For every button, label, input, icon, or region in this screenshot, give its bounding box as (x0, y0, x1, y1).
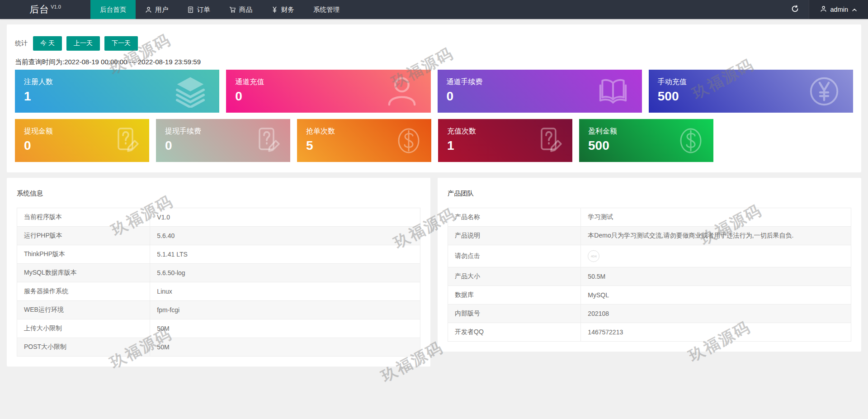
system-info-table: 当前程序版本V1.0运行PHP版本5.6.40ThinkPHP版本5.1.41 … (17, 208, 420, 357)
row-label: 请勿点击 (448, 245, 581, 267)
stats-section-label: 统计 (15, 39, 28, 48)
cart-icon (229, 6, 236, 13)
table-row: MySQL数据库版本5.6.50-log (17, 264, 420, 282)
row-label: 产品大小 (448, 267, 581, 286)
yen-circle-icon (808, 75, 840, 108)
row-value: 本Demo只为学习测试交流,请勿要做商业或者用于违法行为,一切后果自负. (581, 227, 851, 245)
logo-text: 后台 (29, 3, 49, 16)
username: admin (830, 6, 849, 13)
refresh-icon (791, 5, 799, 14)
row-value: 50.5M (581, 267, 851, 286)
row-label: 数据库 (448, 286, 581, 305)
nav-item-label: 系统管理 (313, 5, 340, 14)
nav-item-label: 用户 (155, 5, 168, 14)
row-label: MySQL数据库版本 (17, 264, 150, 282)
user-icon (145, 6, 152, 13)
stat-cards-row2: 提现金额0提现手续费0抢单次数5充值次数1盈利金额500 (15, 119, 853, 162)
table-row: 运行PHP版本5.6.40 (17, 227, 420, 245)
stat-card: 盈利金额500 (579, 119, 713, 162)
user-menu[interactable]: admin (809, 0, 868, 19)
query-time-text: 当前查询时间为:2022-08-19 00:00:00 --- 2022-08-… (15, 58, 853, 67)
stat-card: 手动充值500 (649, 70, 853, 113)
nav-item-label: 财务 (281, 5, 294, 14)
logo-version: V1.0 (51, 4, 61, 10)
admin-user-icon (820, 5, 827, 14)
nav-item-goods[interactable]: 商品 (220, 0, 262, 19)
row-value: 404 (581, 245, 851, 267)
row-value: 5.6.50-log (150, 264, 420, 282)
app-logo[interactable]: 后台 V1.0 (0, 0, 90, 19)
person-icon (386, 75, 418, 108)
row-label: POST大小限制 (17, 338, 150, 357)
row-label: 产品说明 (448, 227, 581, 245)
table-row: 数据库MySQL (448, 286, 851, 305)
book-icon (597, 75, 629, 108)
table-row: POST大小限制50M (17, 338, 420, 357)
refresh-button[interactable] (781, 0, 809, 19)
row-label: 运行PHP版本 (17, 227, 150, 245)
row-value: 5.6.40 (150, 227, 420, 245)
row-value: 5.1.41 LTS (150, 245, 420, 264)
table-row: 内部版号202108 (448, 305, 851, 323)
order-icon (187, 6, 194, 13)
row-value: Linux (150, 282, 420, 301)
badge-404[interactable]: 404 (588, 250, 599, 262)
product-team-panel: 产品团队 产品名称学习测试产品说明本Demo只为学习测试交流,请勿要做商业或者用… (438, 178, 861, 352)
row-value: 1467572213 (581, 323, 851, 342)
stat-card: 抢单次数5 (297, 119, 431, 162)
page: 后台 V1.0 后台首页用户订单商品财务系统管理 (0, 0, 868, 367)
question-doc-icon (535, 126, 564, 155)
nav-item-orders[interactable]: 订单 (178, 0, 220, 19)
next-day-button[interactable]: 下一天 (104, 36, 138, 51)
question-doc-icon (253, 126, 282, 155)
row-label: ThinkPHP版本 (17, 245, 150, 264)
prev-day-button[interactable]: 上一天 (66, 36, 100, 51)
stat-cards-row1: 注册人数1通道充值0通道手续费0手动充值500 (15, 70, 853, 113)
top-navbar: 后台 V1.0 后台首页用户订单商品财务系统管理 (0, 0, 868, 19)
table-row: 服务器操作系统Linux (17, 282, 420, 301)
table-row: 请勿点击404 (448, 245, 851, 267)
stats-buttons: 今 天上一天下一天 (33, 36, 138, 51)
row-value: V1.0 (150, 208, 420, 227)
row-value: MySQL (581, 286, 851, 305)
table-row: 产品名称学习测试 (448, 208, 851, 227)
stat-card: 通道充值0 (226, 70, 430, 113)
stat-card: 提现手续费0 (156, 119, 290, 162)
table-row: 开发者QQ1467572213 (448, 323, 851, 342)
nav-item-label: 后台首页 (100, 5, 126, 14)
nav-item-label: 商品 (239, 5, 252, 14)
info-section: 系统信息 当前程序版本V1.0运行PHP版本5.6.40ThinkPHP版本5.… (7, 178, 861, 367)
stat-card: 提现金额0 (15, 119, 149, 162)
table-row: 当前程序版本V1.0 (17, 208, 420, 227)
nav-item-system[interactable]: 系统管理 (304, 0, 349, 19)
row-label: 服务器操作系统 (17, 282, 150, 301)
system-info-panel: 系统信息 当前程序版本V1.0运行PHP版本5.6.40ThinkPHP版本5.… (7, 178, 430, 367)
dollar-circle-icon (394, 126, 423, 155)
product-team-title: 产品团队 (448, 189, 851, 198)
row-label: 当前程序版本 (17, 208, 150, 227)
product-team-table-body: 产品名称学习测试产品说明本Demo只为学习测试交流,请勿要做商业或者用于违法行为… (448, 208, 851, 342)
system-info-title: 系统信息 (17, 189, 420, 198)
row-value: 学习测试 (581, 208, 851, 227)
stat-card: 通道手续费0 (438, 70, 642, 113)
chevron-up-icon (852, 6, 857, 13)
row-label: 产品名称 (448, 208, 581, 227)
nav-item-home[interactable]: 后台首页 (90, 0, 136, 19)
nav-item-finance[interactable]: 财务 (262, 0, 304, 19)
row-value: 202108 (581, 305, 851, 323)
today-button[interactable]: 今 天 (33, 36, 62, 51)
table-row: 产品说明本Demo只为学习测试交流,请勿要做商业或者用于违法行为,一切后果自负. (448, 227, 851, 245)
system-info-table-body: 当前程序版本V1.0运行PHP版本5.6.40ThinkPHP版本5.1.41 … (17, 208, 420, 357)
row-value: fpm-fcgi (150, 301, 420, 319)
layers-icon (174, 75, 207, 108)
row-label: 内部版号 (448, 305, 581, 323)
nav-right: admin (781, 0, 868, 19)
nav-item-users[interactable]: 用户 (136, 0, 178, 19)
stat-card: 充值次数1 (438, 119, 572, 162)
product-team-table: 产品名称学习测试产品说明本Demo只为学习测试交流,请勿要做商业或者用于违法行为… (448, 208, 851, 342)
question-doc-icon (112, 126, 141, 155)
row-label: 上传大小限制 (17, 319, 150, 338)
yen-icon (271, 6, 278, 13)
row-value: 50M (150, 338, 420, 357)
table-row: 上传大小限制50M (17, 319, 420, 338)
